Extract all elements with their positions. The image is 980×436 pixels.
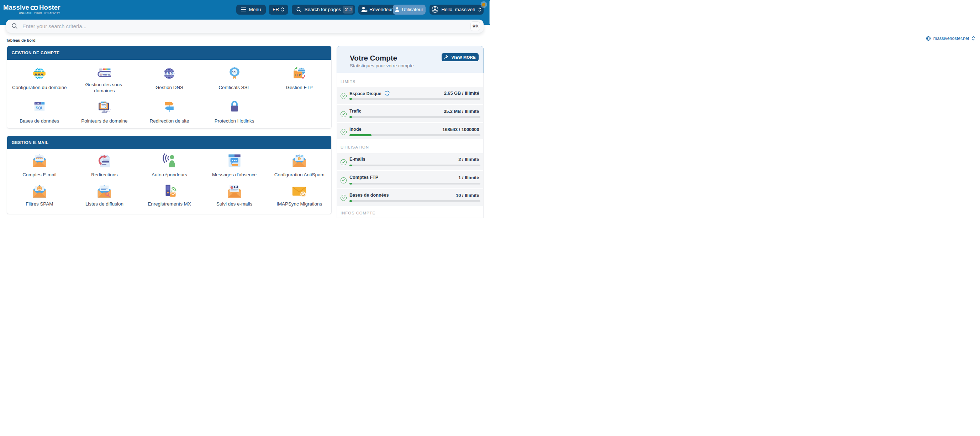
svg-text:www: www bbox=[102, 104, 106, 106]
svg-text://www.: //www. bbox=[100, 73, 111, 76]
svg-text:FTP: FTP bbox=[294, 73, 301, 77]
svg-text:SQL: SQL bbox=[36, 106, 43, 110]
svg-text:www: www bbox=[35, 72, 44, 75]
svg-text:DNS: DNS bbox=[165, 72, 173, 75]
svg-text:SSL: SSL bbox=[232, 71, 237, 74]
svg-text:SPAM: SPAM bbox=[296, 155, 303, 157]
svg-text:****: **** bbox=[36, 157, 43, 161]
svg-text:!: ! bbox=[299, 157, 300, 160]
